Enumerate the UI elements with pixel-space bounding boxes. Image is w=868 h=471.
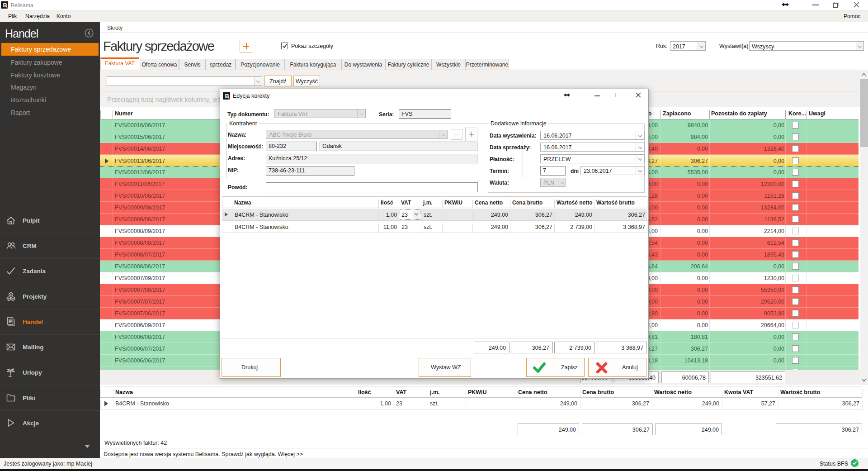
svg-text:B: B — [225, 93, 229, 100]
svg-text:B: B — [3, 2, 7, 9]
